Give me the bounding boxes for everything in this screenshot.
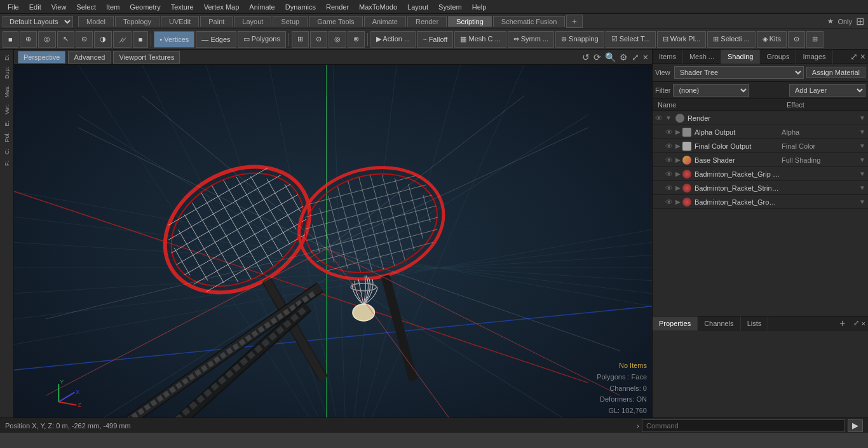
- tab-animate[interactable]: Animate: [364, 16, 406, 27]
- tab-paint[interactable]: Paint: [200, 16, 233, 27]
- kits-btn[interactable]: ◈ Kits: [757, 31, 787, 48]
- viewport[interactable]: Perspective Advanced Viewport Textures ↺…: [14, 50, 652, 417]
- tab-properties[interactable]: Properties: [653, 316, 698, 330]
- expand-icon[interactable]: ⊞: [856, 15, 864, 27]
- expand-baseshader[interactable]: ▶: [675, 156, 681, 163]
- sidebar-mes[interactable]: Mes:: [3, 83, 11, 100]
- command-arrow-left[interactable]: ›: [637, 422, 639, 430]
- eye-grip[interactable]: 👁: [665, 170, 673, 179]
- shading-row-baseshader[interactable]: 👁 ▶ Base Shader Full Shading ▼: [653, 153, 868, 167]
- center-btn[interactable]: ◎: [38, 31, 56, 48]
- search-icon[interactable]: 🔍: [605, 52, 616, 62]
- shading-row-render[interactable]: 👁 ▼ Render ▼: [653, 111, 868, 125]
- grip-arrow[interactable]: ▼: [859, 170, 865, 177]
- tab-items[interactable]: Items: [653, 50, 683, 64]
- props-expand-icon[interactable]: ⤢: [853, 319, 859, 327]
- filter-select[interactable]: (none): [673, 84, 749, 97]
- tab-channels[interactable]: Channels: [698, 316, 740, 330]
- mesh-btn[interactable]: ▦ Mesh C ...: [454, 31, 506, 48]
- tab-shading[interactable]: Shading: [721, 50, 760, 64]
- grommet-arrow[interactable]: ▼: [859, 198, 865, 205]
- tab-render[interactable]: Render: [407, 16, 447, 27]
- menu-edit[interactable]: Edit: [24, 2, 46, 12]
- select-t-btn[interactable]: ☑ Select T...: [606, 31, 656, 48]
- command-submit-btn[interactable]: ▶: [848, 419, 863, 432]
- shading-row-grommet[interactable]: 👁 ▶ Badminton_Racket_Gromme... ▼: [653, 195, 868, 209]
- assign-material-btn[interactable]: Assign Material: [806, 67, 865, 78]
- selection-btn[interactable]: ⊞ Selecti ...: [707, 31, 755, 48]
- shading-row-alpha[interactable]: 👁 ▶ Alpha Output Alpha ▼: [653, 125, 868, 139]
- viewport-canvas[interactable]: X Y Z No Items Polygons : Face Channels:…: [14, 65, 652, 417]
- grid-tool-btn[interactable]: ⊞: [292, 31, 309, 48]
- polygons-btn[interactable]: ▭ Polygons: [238, 31, 286, 48]
- menu-help[interactable]: Help: [467, 2, 492, 12]
- panel-close-icon[interactable]: ×: [860, 51, 865, 62]
- menu-maxtomodo[interactable]: MaxToModo: [354, 2, 402, 12]
- arrow-btn-tool[interactable]: ↖: [57, 31, 74, 48]
- select-mode-btn[interactable]: ■: [3, 31, 18, 48]
- shader-tree-select[interactable]: Shader Tree: [674, 66, 804, 79]
- menu-animate[interactable]: Animate: [244, 2, 280, 12]
- tab-game-tools[interactable]: Game Tools: [309, 16, 363, 27]
- default-layouts-select[interactable]: Default Layouts: [3, 16, 73, 27]
- paint-btn[interactable]: ⌭: [113, 31, 132, 48]
- snapping-btn[interactable]: ⊕ Snapping: [555, 31, 604, 48]
- shading-row-finalcolor[interactable]: 👁 ▶ Final Color Output Final Color ▼: [653, 139, 868, 153]
- sidebar-pol[interactable]: Pol:: [3, 130, 11, 145]
- falloff-btn[interactable]: ~ Falloff: [417, 31, 453, 48]
- finalcolor-arrow[interactable]: ▼: [859, 142, 865, 149]
- tab-setup[interactable]: Setup: [273, 16, 308, 27]
- menu-item[interactable]: Item: [101, 2, 125, 12]
- perspective-btn[interactable]: Perspective: [18, 51, 65, 64]
- shading-row-string[interactable]: 👁 ▶ Badminton_Racket_String (... ▼: [653, 181, 868, 195]
- tab-uvedit[interactable]: UVEdit: [161, 16, 199, 27]
- refresh-icon[interactable]: ⟳: [593, 52, 601, 62]
- advanced-btn[interactable]: Advanced: [68, 51, 111, 64]
- sidebar-d[interactable]: D:: [3, 52, 11, 63]
- tab-images[interactable]: Images: [796, 50, 832, 64]
- menu-view[interactable]: View: [46, 2, 72, 12]
- expand-grommet[interactable]: ▶: [675, 198, 681, 205]
- tab-add[interactable]: +: [566, 15, 583, 28]
- tab-model[interactable]: Model: [78, 16, 114, 27]
- tab-schematic[interactable]: Schematic Fusion: [493, 16, 565, 27]
- tab-mesh[interactable]: Mesh ...: [683, 50, 721, 64]
- menu-select[interactable]: Select: [71, 2, 101, 12]
- expand-finalcolor[interactable]: ▶: [675, 142, 681, 149]
- props-add-btn[interactable]: +: [834, 316, 850, 330]
- expand-render[interactable]: ▼: [665, 114, 672, 121]
- sidebar-c[interactable]: C:: [3, 146, 11, 157]
- menu-texture[interactable]: Texture: [166, 2, 199, 12]
- view-btn1[interactable]: ⊙: [788, 31, 805, 48]
- sidebar-dup[interactable]: Dup:: [3, 64, 11, 81]
- rotate-icon[interactable]: ↺: [582, 52, 590, 62]
- work-plane-btn[interactable]: ⊟ Work Pl...: [657, 31, 707, 48]
- close-vp-icon[interactable]: ×: [643, 52, 648, 62]
- eye-string[interactable]: 👁: [665, 184, 673, 193]
- tab-layout[interactable]: Layout: [234, 16, 271, 27]
- tab-scripting[interactable]: Scripting: [448, 16, 492, 27]
- box-btn[interactable]: ■: [133, 31, 149, 48]
- expand-grip[interactable]: ▶: [675, 170, 681, 177]
- vertices-btn[interactable]: • Vertices: [154, 31, 194, 48]
- tab-topology[interactable]: Topology: [115, 16, 159, 27]
- command-input[interactable]: [642, 419, 845, 432]
- view-btn2[interactable]: ⊞: [806, 31, 824, 48]
- render-arrow[interactable]: ▼: [859, 114, 865, 121]
- alpha-arrow[interactable]: ▼: [859, 128, 865, 135]
- symmetry-btn[interactable]: ⇔ Symm ...: [508, 31, 554, 48]
- menu-dynamics[interactable]: Dynamics: [280, 2, 321, 12]
- action-btn[interactable]: ▶ Action ...: [370, 31, 416, 48]
- eye-grommet[interactable]: 👁: [665, 198, 673, 207]
- box-select-btn[interactable]: ⊝: [76, 31, 93, 48]
- menu-geometry[interactable]: Geometry: [125, 2, 165, 12]
- expand-alpha[interactable]: ▶: [675, 128, 681, 135]
- menu-file[interactable]: File: [3, 2, 24, 12]
- eye-alpha[interactable]: 👁: [665, 128, 673, 137]
- lasso-btn[interactable]: ◑: [94, 31, 112, 48]
- add-layer-select[interactable]: Add Layer: [789, 84, 865, 97]
- tab-groups[interactable]: Groups: [760, 50, 796, 64]
- baseshader-arrow[interactable]: ▼: [859, 156, 865, 163]
- expand-vp-icon[interactable]: ⤢: [632, 52, 639, 62]
- sidebar-e[interactable]: E:: [3, 118, 11, 129]
